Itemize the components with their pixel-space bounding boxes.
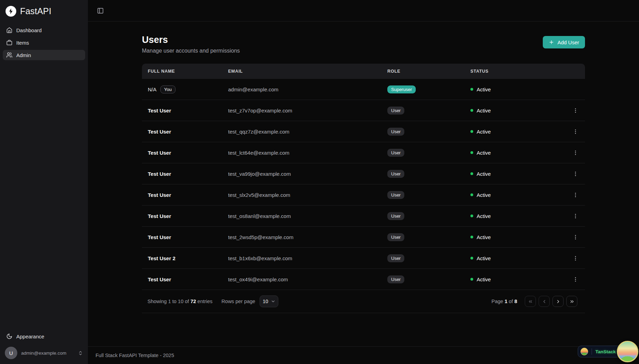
user-email: test_ox49i@example.com bbox=[228, 276, 288, 282]
user-name: Test User bbox=[148, 108, 171, 113]
add-user-label: Add User bbox=[557, 39, 579, 45]
role-badge: User bbox=[387, 149, 404, 157]
user-name: Test User bbox=[148, 192, 171, 198]
next-page-button[interactable] bbox=[552, 296, 564, 307]
role-badge: User bbox=[387, 170, 404, 178]
table-body: N/A You admin@example.com Superuser Acti… bbox=[142, 79, 585, 290]
app-title: FastAPI bbox=[20, 6, 51, 16]
rows-per-page-value: 10 bbox=[263, 299, 268, 304]
first-page-button[interactable] bbox=[525, 296, 536, 307]
add-user-button[interactable]: Add User bbox=[543, 36, 585, 48]
status-dot bbox=[470, 278, 473, 281]
of-label: of bbox=[509, 299, 513, 304]
tanstack-island-icon-large[interactable] bbox=[617, 341, 638, 362]
page-subtitle: Manage user accounts and permissions bbox=[142, 48, 240, 54]
status-label: Active bbox=[477, 108, 491, 113]
current-page: 1 bbox=[505, 299, 507, 304]
sidebar-item-label: Items bbox=[16, 40, 29, 46]
row-actions-button[interactable] bbox=[571, 233, 580, 242]
sidebar-nav: Dashboard Items Admin bbox=[0, 21, 88, 60]
status-label: Active bbox=[477, 171, 491, 177]
users-icon bbox=[6, 52, 12, 58]
showing-suffix: entries bbox=[197, 299, 213, 304]
status-dot bbox=[470, 130, 473, 133]
status-dot bbox=[470, 151, 473, 154]
column-header-email: Email bbox=[228, 69, 387, 74]
page-header: Users Manage user accounts and permissio… bbox=[142, 35, 585, 54]
user-name: N/A bbox=[148, 87, 156, 92]
status-label: Active bbox=[477, 192, 491, 198]
ellipsis-vertical-icon bbox=[573, 255, 578, 261]
table-row: Test User test_os8anl@example.com User A… bbox=[142, 206, 585, 227]
sidebar-item-dashboard[interactable]: Dashboard bbox=[3, 25, 85, 35]
you-badge: You bbox=[160, 85, 176, 93]
role-badge: User bbox=[387, 254, 404, 262]
users-table: Full Name Email Role Status N/A You bbox=[142, 64, 585, 313]
row-actions-button[interactable] bbox=[571, 170, 580, 178]
status-dot bbox=[470, 172, 473, 175]
row-actions-button[interactable] bbox=[571, 106, 580, 115]
status-dot bbox=[470, 257, 473, 260]
row-actions-button[interactable] bbox=[571, 148, 580, 157]
role-badge: User bbox=[387, 128, 404, 136]
table-row: N/A You admin@example.com Superuser Acti… bbox=[142, 79, 585, 100]
footer-text: Full Stack FastAPI Template - 2025 bbox=[96, 353, 174, 358]
chevrons-up-down-icon bbox=[78, 351, 83, 356]
user-name: Test User bbox=[148, 171, 171, 177]
moon-icon bbox=[6, 333, 12, 339]
column-header-full-name: Full Name bbox=[142, 69, 228, 74]
sidebar-item-items[interactable]: Items bbox=[3, 37, 85, 48]
chevron-right-icon bbox=[556, 299, 561, 304]
appearance-toggle[interactable]: Appearance bbox=[0, 330, 88, 343]
sidebar-toggle-button[interactable] bbox=[96, 6, 105, 16]
status-label: Active bbox=[477, 150, 491, 156]
table-row: Test User test_qqz7z@example.com User Ac… bbox=[142, 121, 585, 142]
status-dot bbox=[470, 215, 473, 217]
rows-per-page-select[interactable]: 10 bbox=[260, 295, 278, 307]
ellipsis-vertical-icon bbox=[573, 276, 578, 282]
divider bbox=[592, 348, 592, 355]
sidebar-item-admin[interactable]: Admin bbox=[3, 50, 85, 60]
user-name: Test User bbox=[148, 276, 171, 282]
table-header-row: Full Name Email Role Status bbox=[142, 64, 585, 79]
rows-per-page-label: Rows per page bbox=[222, 299, 255, 304]
role-badge: User bbox=[387, 233, 404, 241]
user-email: test_os8anl@example.com bbox=[228, 213, 291, 219]
row-actions-button[interactable] bbox=[571, 254, 580, 263]
chevrons-right-icon bbox=[569, 299, 575, 304]
chevron-left-icon bbox=[542, 299, 547, 304]
status-dot bbox=[470, 236, 473, 238]
table-row: Test User 2 test_b1x6xb@example.com User… bbox=[142, 248, 585, 269]
row-actions-button[interactable] bbox=[571, 275, 580, 284]
ellipsis-vertical-icon bbox=[573, 234, 578, 240]
app-footer: Full Stack FastAPI Template - 2025 bbox=[88, 346, 639, 364]
table-row: Test User test_lct64e@example.com User A… bbox=[142, 142, 585, 163]
fastapi-bolt-icon bbox=[6, 6, 16, 17]
row-actions-button[interactable] bbox=[571, 191, 580, 199]
status-label: Active bbox=[477, 234, 491, 240]
tanstack-devtools-badge[interactable]: TanStack bbox=[578, 341, 638, 362]
previous-page-button[interactable] bbox=[539, 296, 550, 307]
chevrons-left-icon bbox=[528, 299, 533, 304]
avatar: U bbox=[5, 347, 17, 359]
user-email: admin@example.com bbox=[228, 87, 278, 92]
last-page-button[interactable] bbox=[566, 296, 577, 307]
row-actions-button[interactable] bbox=[571, 212, 580, 220]
user-name: Test User bbox=[148, 129, 171, 135]
status-label: Active bbox=[477, 255, 491, 261]
user-name: Test User bbox=[148, 150, 171, 156]
status-label: Active bbox=[477, 129, 491, 135]
table-row: Test User test_z7v7op@example.com User A… bbox=[142, 100, 585, 121]
status-dot bbox=[470, 193, 473, 196]
page-indicator: Page 1 of 8 bbox=[492, 299, 517, 304]
row-actions-button[interactable] bbox=[571, 127, 580, 136]
table-row: Test User test_va99jo@example.com User A… bbox=[142, 163, 585, 184]
status-label: Active bbox=[477, 276, 491, 282]
ellipsis-vertical-icon bbox=[573, 213, 578, 219]
sidebar-item-label: Admin bbox=[16, 52, 31, 58]
ellipsis-vertical-icon bbox=[573, 150, 578, 156]
status-dot bbox=[470, 88, 473, 91]
content: Users Manage user accounts and permissio… bbox=[88, 21, 639, 346]
ellipsis-vertical-icon bbox=[573, 171, 578, 177]
user-menu[interactable]: U admin@example.com bbox=[0, 343, 88, 364]
